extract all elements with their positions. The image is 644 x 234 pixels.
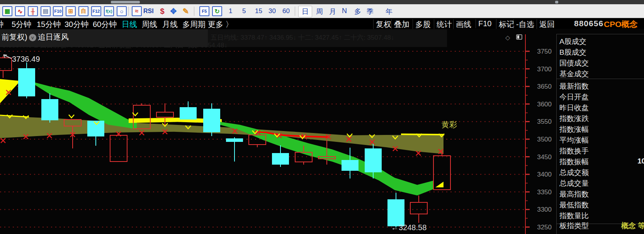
panel-row-label[interactable]: A股成交 <box>559 37 586 47</box>
huaxian-button[interactable]: 画线 <box>453 19 474 30</box>
panel-row-value: 10 <box>637 157 644 165</box>
tab-multi[interactable]: 多周期 <box>182 19 206 30</box>
user-badge-icon: v <box>29 34 36 41</box>
f10-icon[interactable]: F10 <box>53 6 63 16</box>
main-toolbar: ▦∿╫▤F10⊞自F12f(x)○≈RSI$✥✎F5↻15153060日周月N多… <box>0 4 644 18</box>
report-icon[interactable]: ▤ <box>41 6 51 16</box>
yellow-wedge <box>435 182 443 187</box>
panel-row-label[interactable]: 最低指数 <box>559 200 589 210</box>
adjust-mode-label: 前复权)v追日逐风 <box>2 32 69 42</box>
y-axis-label: 3300 <box>537 206 552 213</box>
f12-icon[interactable]: F12 <box>91 6 101 16</box>
period-button-日[interactable]: 日 <box>298 6 312 17</box>
interval-button-15[interactable]: 15 <box>255 7 262 15</box>
interval-button-5[interactable]: 5 <box>242 7 246 15</box>
y-axis-label: 3500 <box>537 136 552 143</box>
candlestick-icon[interactable]: ╫ <box>28 6 38 16</box>
line-chart-icon[interactable]: ∿ <box>15 6 25 16</box>
panel-row-label[interactable]: 指数涨跌 <box>559 114 589 124</box>
candle-body <box>410 202 427 214</box>
tab-monthly[interactable]: 月线 <box>162 19 178 30</box>
refresh-icon[interactable]: ↻ <box>212 6 222 16</box>
candle-body <box>110 135 127 162</box>
circle-icon[interactable]: ○ <box>117 6 127 16</box>
period-button-年[interactable]: 年 <box>386 7 393 16</box>
tab-15min[interactable]: 15分钟 <box>37 19 61 30</box>
interval-button-30[interactable]: 30 <box>268 7 276 15</box>
toolbar-divider <box>295 7 295 16</box>
move-icon[interactable]: ✥ <box>168 6 178 16</box>
rsi-icon[interactable]: RSI <box>143 6 154 16</box>
period-button-月[interactable]: 月 <box>329 7 336 16</box>
candle-body <box>272 153 289 165</box>
y-axis-label: 3700 <box>537 66 552 73</box>
tongji-button[interactable]: 统计 <box>434 19 454 30</box>
quote-grid-icon[interactable]: ▦ <box>2 6 12 16</box>
panel-row-label[interactable]: 基金成交 <box>559 69 589 79</box>
panel-toggle-icon[interactable] <box>516 34 522 40</box>
panel-row-label[interactable]: 最新指数 <box>559 81 589 91</box>
adjust-mode-chip[interactable]: 前复权)v追日逐风 <box>0 29 208 47</box>
period-button-多[interactable]: 多 <box>354 7 361 16</box>
panel-row-label[interactable]: 指数涨幅 <box>559 125 589 135</box>
panel-separator <box>556 34 644 34</box>
zixuan-edit-icon[interactable]: 自 <box>78 6 88 16</box>
period-tabs-row: 880656 CPO概念 钟5分钟15分钟30分钟60分钟日线周线月线多周期更多… <box>0 18 644 29</box>
panel-row-label[interactable]: 平均涨幅 <box>559 135 589 145</box>
title-strip <box>0 0 644 4</box>
panel-row-label[interactable]: 总成交量 <box>559 178 589 189</box>
period-button-N[interactable]: N <box>342 7 347 15</box>
f10-button[interactable]: F10 <box>476 19 494 28</box>
y-axis-label: 3600 <box>537 101 552 108</box>
chart-header-bar: 五日均线: 3378.47↑ 3436.95↓ 十二: 3427.45↑ 二十六… <box>0 29 447 47</box>
red-x-marker <box>416 151 421 155</box>
candle-body <box>18 68 35 96</box>
period-button-季[interactable]: 季 <box>367 7 374 16</box>
interval-button-60[interactable]: 60 <box>282 7 290 15</box>
tab-weekly[interactable]: 周线 <box>142 19 157 30</box>
tab-1min-partial[interactable]: 钟 <box>0 19 3 30</box>
stock-name: CPO概念 <box>604 19 638 30</box>
candlestick-chart[interactable]: 3750370036503600355035003450340033503300… <box>0 29 644 234</box>
candle-body <box>342 160 359 171</box>
low-label: ←3248.58 <box>391 223 427 232</box>
panel-row-label[interactable]: 指数振幅 <box>559 157 589 167</box>
titlebar-segment <box>111 1 140 3</box>
y-axis-label: 3400 <box>537 171 552 178</box>
ma-readout-text: 五日均线: 3378.47↑ 3436.95↓ 十二: 3427.45↑ 二十六… <box>211 33 394 42</box>
zixuan-button[interactable]: -自选 <box>513 19 537 30</box>
panel-row-label[interactable]: 昨日收盘 <box>559 103 589 113</box>
duogu-button[interactable]: 多股 <box>413 19 433 30</box>
panel-row-label[interactable]: 指数换手 <box>559 146 589 156</box>
dollar-icon[interactable]: $ <box>157 6 167 16</box>
diamond-icon[interactable]: ◇ <box>505 34 510 41</box>
panel-row-label[interactable]: 今日开盘 <box>559 92 589 102</box>
f5-icon[interactable]: F5 <box>199 6 209 16</box>
fanhui-button[interactable]: 返回 <box>537 19 557 30</box>
candle-body <box>387 199 404 226</box>
toolbar-divider <box>194 7 194 16</box>
y-axis-label: 3450 <box>537 153 552 161</box>
yellow-check-marker <box>69 115 74 118</box>
candle-body <box>365 148 382 172</box>
panel-row-label[interactable]: 总成交额 <box>559 168 589 178</box>
panel-row-label[interactable]: 国债成交 <box>559 58 589 68</box>
formula-icon[interactable]: f(x) <box>104 6 114 16</box>
pencil-icon[interactable]: ✎ <box>181 6 191 16</box>
period-button-周[interactable]: 周 <box>316 7 323 16</box>
panel-row-label[interactable]: 板指类型 <box>559 221 589 231</box>
tab-60min[interactable]: 60分钟 <box>93 19 117 30</box>
panel-row-label[interactable]: 最高指数 <box>559 189 589 199</box>
tab-30min[interactable]: 30分钟 <box>65 19 88 30</box>
tab-daily[interactable]: 日线 <box>122 19 137 30</box>
fuquan-button[interactable]: 复权 <box>373 19 394 30</box>
tab-5min[interactable]: 5分钟 <box>12 19 31 30</box>
candle-body <box>203 109 220 132</box>
interval-button-1[interactable]: 1 <box>229 7 232 15</box>
panel-row-label[interactable]: B股成交 <box>559 47 586 57</box>
diejia-button[interactable]: 叠加 <box>391 19 412 30</box>
panel-row-label[interactable]: 指数量比 <box>559 211 589 221</box>
wave-icon[interactable]: ≈ <box>132 6 142 16</box>
tree-icon[interactable]: ⊞ <box>66 6 76 16</box>
tab-more[interactable]: 更多 〉 <box>208 19 233 30</box>
